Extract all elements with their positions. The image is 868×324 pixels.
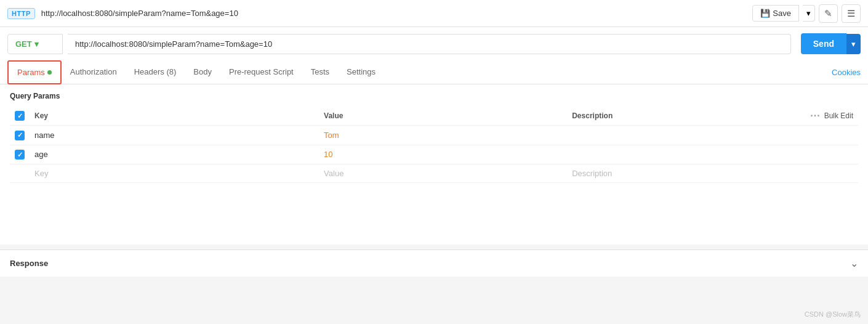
tab-params-label: Params <box>17 68 45 77</box>
query-params-title: Query Params <box>10 92 858 100</box>
row2-checkbox[interactable] <box>15 150 25 160</box>
row2-value[interactable]: 10 <box>319 145 567 164</box>
col-header-value: Value <box>319 107 567 126</box>
row1-actions <box>774 126 858 145</box>
bulk-edit-button[interactable]: Bulk Edit <box>824 111 853 120</box>
method-chevron-icon: ▾ <box>34 39 39 49</box>
value-placeholder: Value <box>324 169 344 178</box>
tab-authorization[interactable]: Authorization <box>62 61 126 84</box>
row1-check-cell <box>10 126 30 145</box>
save-button[interactable]: 💾 Save <box>752 5 799 22</box>
col-header-description: Description <box>567 107 774 126</box>
top-bar-url: http://localhost:8080/simpleParam?name=T… <box>41 9 747 18</box>
cookies-link[interactable]: Cookies <box>832 68 861 77</box>
tab-pre-request-label: Pre-request Script <box>229 67 294 76</box>
row1-checkbox[interactable] <box>15 131 25 140</box>
col-header-actions: ··· Bulk Edit <box>774 107 858 126</box>
empty-value[interactable]: Value <box>319 164 567 183</box>
key-placeholder: Key <box>34 169 48 178</box>
empty-check-cell <box>10 164 30 183</box>
response-collapse-icon[interactable]: ⌄ <box>850 257 858 269</box>
table-row: age 10 <box>10 145 858 164</box>
url-bar: GET ▾ Send ▾ <box>0 27 868 60</box>
desc-placeholder: Description <box>572 169 612 178</box>
row2-check-cell <box>10 145 30 164</box>
tab-params[interactable]: Params <box>7 60 62 84</box>
tab-tests[interactable]: Tests <box>302 61 338 84</box>
col-header-check <box>10 107 30 126</box>
tab-tests-label: Tests <box>311 67 329 76</box>
params-table: Key Value Description ··· Bulk Edit name… <box>10 107 858 183</box>
tab-params-dot <box>47 70 52 75</box>
empty-description[interactable]: Description <box>567 164 774 183</box>
response-bar: Response ⌄ <box>0 249 868 277</box>
method-dropdown[interactable]: GET ▾ <box>7 34 63 54</box>
row1-key[interactable]: name <box>30 126 319 145</box>
table-row-empty: Key Value Description <box>10 164 858 183</box>
method-label: GET <box>15 39 32 49</box>
response-title: Response <box>10 259 48 268</box>
save-split-button[interactable]: ▾ <box>803 5 815 22</box>
send-button-group: Send ▾ <box>801 33 861 54</box>
tabs-bar: Params Authorization Headers (8) Body Pr… <box>0 60 868 84</box>
col-header-key: Key <box>30 107 319 126</box>
row1-description[interactable] <box>567 126 774 145</box>
edit-button[interactable]: ✎ <box>819 4 838 23</box>
row2-key[interactable]: age <box>30 145 319 164</box>
comment-button[interactable]: ☰ <box>842 4 861 23</box>
tab-headers-label: Headers (8) <box>134 67 177 76</box>
dots-icon: ··· <box>810 110 820 121</box>
top-bar: HTTP http://localhost:8080/simpleParam?n… <box>0 0 868 27</box>
tab-pre-request[interactable]: Pre-request Script <box>220 61 302 84</box>
send-button[interactable]: Send <box>801 33 846 54</box>
url-input[interactable] <box>68 34 791 54</box>
select-all-checkbox[interactable] <box>15 111 25 121</box>
send-split-button[interactable]: ▾ <box>846 34 861 54</box>
tab-settings-label: Settings <box>347 67 376 76</box>
save-label: Save <box>773 9 791 18</box>
row2-actions <box>774 145 858 164</box>
table-row: name Tom <box>10 126 858 145</box>
content-area: Query Params Key Value Description ··· B… <box>0 84 868 245</box>
empty-key[interactable]: Key <box>30 164 319 183</box>
row2-description[interactable] <box>567 145 774 164</box>
tab-settings[interactable]: Settings <box>338 61 384 84</box>
tab-body-label: Body <box>193 67 212 76</box>
tab-headers[interactable]: Headers (8) <box>126 61 185 84</box>
top-actions: 💾 Save ▾ ✎ ☰ <box>752 4 861 23</box>
empty-actions <box>774 164 858 183</box>
tab-body[interactable]: Body <box>185 61 220 84</box>
http-badge: HTTP <box>7 8 35 19</box>
save-icon: 💾 <box>760 9 770 18</box>
row1-value[interactable]: Tom <box>319 126 567 145</box>
tab-authorization-label: Authorization <box>70 67 117 76</box>
